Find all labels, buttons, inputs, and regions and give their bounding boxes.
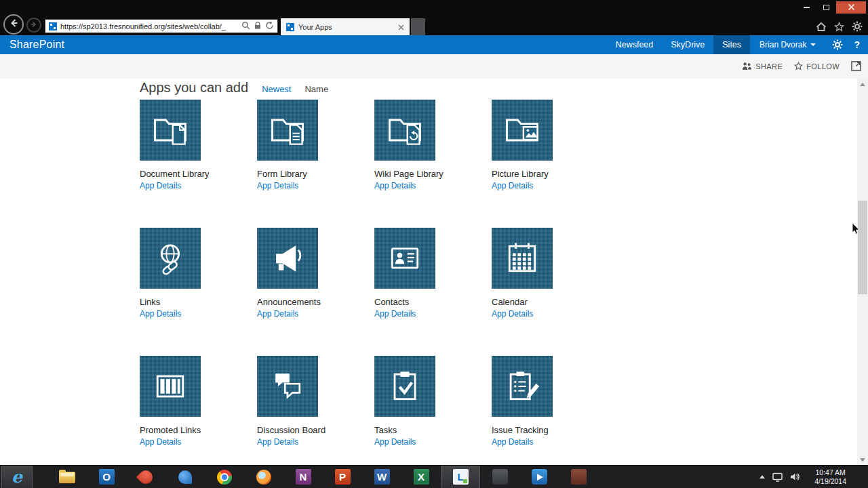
app-details-link[interactable]: App Details <box>257 309 298 319</box>
scrollbar-down-arrow[interactable] <box>857 454 868 465</box>
app-tile-promoted-links[interactable] <box>140 356 201 417</box>
close-icon <box>848 1 855 14</box>
favorites-star-icon[interactable] <box>834 22 844 35</box>
scrollbar-up-arrow[interactable] <box>857 79 868 89</box>
app-name: Tasks <box>374 425 492 435</box>
follow-button[interactable]: FOLLOW <box>794 62 840 72</box>
user-menu[interactable]: Brian Dvorak <box>750 40 825 49</box>
minimize-button[interactable] <box>797 1 816 14</box>
taskbar-button-red-app[interactable] <box>126 466 165 488</box>
app-details-link[interactable]: App Details <box>492 181 533 190</box>
app-details-link[interactable]: App Details <box>374 181 416 190</box>
sharepoint-brand[interactable]: SharePoint <box>9 39 64 51</box>
home-icon[interactable] <box>816 22 827 35</box>
app-card-calendar: CalendarApp Details <box>492 228 609 356</box>
app-tile-contacts[interactable] <box>374 228 435 289</box>
chrome-icon <box>217 470 232 485</box>
app-details-link[interactable]: App Details <box>492 309 533 319</box>
browser-tab[interactable]: Your Apps <box>281 18 410 35</box>
ie-icon: e <box>7 467 27 487</box>
share-label: SHARE <box>755 62 783 70</box>
contacts-icon <box>384 238 425 279</box>
app-name: Issue Tracking <box>492 425 609 435</box>
app-details-link[interactable]: App Details <box>374 437 416 447</box>
app-tile-links[interactable] <box>140 228 201 289</box>
app-tile-tasks[interactable] <box>374 356 435 417</box>
onenote-icon: N <box>296 469 311 485</box>
sort-newest-link[interactable]: Newest <box>262 84 291 94</box>
suite-bar-right: Newsfeed SkyDrive Sites Brian Dvorak ? <box>607 35 868 54</box>
scrollbar[interactable] <box>857 79 868 465</box>
taskbar-button-lync[interactable]: L <box>441 466 480 488</box>
taskbar-clock[interactable]: 10:47 AM 4/19/2014 <box>814 468 846 485</box>
taskbar-button-firefox[interactable] <box>244 466 283 488</box>
taskbar-button-word[interactable]: W <box>362 466 401 488</box>
taskbar-button-chrome[interactable] <box>205 466 244 488</box>
taskbar-button-dark-app[interactable] <box>480 466 519 488</box>
suite-nav-skydrive[interactable]: SkyDrive <box>662 35 713 54</box>
tab-close-icon[interactable] <box>398 21 404 33</box>
scrollbar-thumb[interactable] <box>858 201 867 294</box>
app-tile-form-library[interactable] <box>257 100 318 161</box>
taskbar-button-outlook[interactable]: O <box>87 466 126 488</box>
taskbar-button-powerpoint[interactable]: P <box>323 466 362 488</box>
lync-icon: L <box>453 469 469 485</box>
browser-toolbar-icons <box>816 21 863 35</box>
app-details-link[interactable]: App Details <box>140 181 181 190</box>
tray-expand-icon[interactable] <box>760 475 765 479</box>
forward-button[interactable] <box>26 18 41 33</box>
app-details-link[interactable]: App Details <box>140 309 181 319</box>
app-tile-wiki-page-library[interactable] <box>374 100 435 161</box>
sort-name-link[interactable]: Name <box>304 84 328 94</box>
app-details-link[interactable]: App Details <box>374 309 416 319</box>
maximize-button[interactable] <box>816 1 836 14</box>
app-name: Calendar <box>492 297 609 307</box>
file-explorer-icon <box>59 472 75 483</box>
address-bar[interactable]: https://sp2013.fresnounified.org/sites/w… <box>45 19 278 33</box>
share-button[interactable]: SHARE <box>742 62 783 72</box>
taskbar-button-maroon-app[interactable] <box>559 466 598 488</box>
search-icon[interactable] <box>241 20 250 33</box>
suite-nav-sites[interactable]: Sites <box>713 35 750 54</box>
app-card-contacts: ContactsApp Details <box>374 228 492 356</box>
refresh-icon[interactable] <box>265 20 274 33</box>
screen: https://sp2013.fresnounified.org/sites/w… <box>0 0 868 488</box>
taskbar-button-blue-app[interactable] <box>165 466 205 488</box>
app-details-link[interactable]: App Details <box>140 437 181 447</box>
focus-icon <box>851 61 861 73</box>
app-tile-picture-library[interactable] <box>492 100 553 161</box>
app-name: Links <box>140 297 257 307</box>
form-library-icon <box>267 110 308 150</box>
close-button[interactable] <box>836 1 866 14</box>
calendar-icon <box>502 238 542 279</box>
app-tile-document-library[interactable] <box>140 100 201 161</box>
settings-gear-icon[interactable] <box>825 39 850 50</box>
app-details-link[interactable]: App Details <box>257 181 298 190</box>
taskbar-button-ie[interactable]: e <box>1 466 33 488</box>
taskbar-button-file-explorer[interactable] <box>47 466 87 488</box>
heading-row: Apps you can add Newest Name <box>140 80 328 96</box>
app-name: Announcements <box>257 297 374 307</box>
taskbar-button-excel[interactable]: X <box>401 466 441 488</box>
app-details-link[interactable]: App Details <box>492 437 533 447</box>
tools-gear-icon[interactable] <box>852 21 863 35</box>
app-tile-discussion-board[interactable] <box>257 356 318 417</box>
tab-title: Your Apps <box>298 23 394 31</box>
focus-on-content-button[interactable] <box>851 61 861 73</box>
taskbar-items: eONPWXL <box>0 466 598 488</box>
tray-volume-icon[interactable] <box>790 472 800 481</box>
back-button[interactable] <box>3 14 24 35</box>
taskbar-button-media-app[interactable] <box>519 466 559 488</box>
help-button[interactable]: ? <box>850 39 868 50</box>
new-tab-button[interactable] <box>411 18 425 35</box>
app-tile-announcements[interactable] <box>257 228 318 289</box>
taskbar-button-onenote[interactable]: N <box>283 466 323 488</box>
tray-display-icon[interactable] <box>772 472 783 482</box>
app-name: Promoted Links <box>140 425 257 435</box>
app-details-link[interactable]: App Details <box>257 437 298 447</box>
app-tile-calendar[interactable] <box>492 228 553 289</box>
suite-nav-newsfeed[interactable]: Newsfeed <box>607 35 663 54</box>
browser-titlebar: https://sp2013.fresnounified.org/sites/w… <box>0 0 868 35</box>
app-tile-issue-tracking[interactable] <box>492 356 553 417</box>
app-name: Picture Library <box>492 169 609 179</box>
